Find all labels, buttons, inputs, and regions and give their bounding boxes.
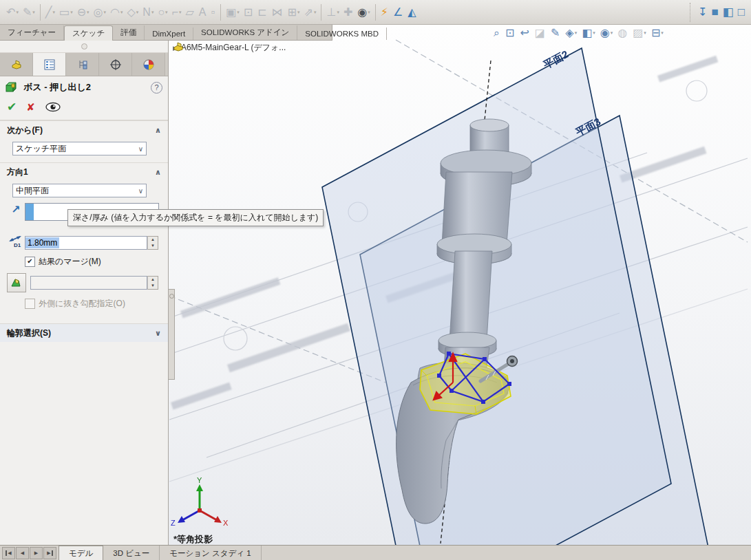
tab-display-manager[interactable] [132, 53, 165, 76]
line-icon[interactable]: ╱▾ [43, 3, 57, 22]
edit-appearance-icon[interactable]: ◍ [617, 26, 628, 39]
display-style-icon[interactable]: ◧▾ [582, 26, 595, 39]
cancel-button[interactable]: ✘ [26, 101, 35, 114]
mirror-entities-icon[interactable]: ⋈ [270, 3, 286, 22]
preview-eye-button[interactable] [45, 102, 61, 112]
text-icon[interactable]: A [197, 3, 209, 22]
sketch-visibility-icon[interactable]: ✎ [551, 26, 560, 39]
draft-outward-checkbox[interactable] [25, 299, 35, 309]
instant2d-icon[interactable]: ◉▾ [355, 3, 372, 22]
active-selection-marker [25, 204, 34, 220]
hide-show-items-icon[interactable]: ◉▾ [600, 26, 613, 39]
spline-icon[interactable]: N▾ [140, 3, 156, 22]
tab-3d-views[interactable]: 3D ビュー [103, 546, 160, 560]
normal-to-icon[interactable]: ↧ [696, 3, 709, 22]
merge-result-checkbox[interactable]: ✔ [25, 257, 35, 267]
end-condition-value: 中間平面 [16, 185, 138, 197]
help-button[interactable]: ? [151, 82, 162, 94]
corner-rectangle-icon[interactable]: ▭▾ [57, 3, 75, 22]
tab-dimxpert-manager[interactable] [99, 53, 132, 76]
draft-icon [10, 277, 23, 288]
tab-solidworks-addins[interactable]: SOLIDWORKS アドイン [193, 25, 297, 40]
draft-outward-row: 外側に抜き勾配指定(O) [25, 298, 161, 310]
from-condition-select[interactable]: スケッチ平面 ∨ [12, 142, 147, 155]
draft-angle-spinner[interactable]: ▲▼ [147, 276, 158, 290]
tab-features[interactable]: フィーチャー [0, 25, 64, 40]
smart-dimension-icon[interactable]: ✎▾ [21, 3, 37, 22]
prev-tab-button[interactable]: ◀ [16, 547, 29, 559]
draft-angle-input[interactable] [30, 276, 147, 290]
spin-down-icon[interactable]: ▼ [148, 243, 158, 249]
flyout-feature-tree[interactable]: ▶ A6M5-MainGear-L (デフォ... [173, 42, 286, 54]
orientation-triad: Y X Z [171, 476, 229, 527]
tab-property-manager[interactable] [33, 53, 66, 76]
linear-sketch-pattern-icon[interactable]: ⊞▾ [286, 3, 302, 22]
polygon-icon[interactable]: ◇▾ [125, 3, 141, 22]
view-wireframe-icon[interactable]: □ [736, 3, 747, 22]
group-header-from[interactable]: 次から(F) ∧ [0, 120, 168, 139]
separator [40, 4, 41, 21]
straight-slot-icon[interactable]: ⊖▾ [75, 3, 92, 22]
bottom-tabbar: ◀ ◀ ▶ ▶ モデル 3D ビュー モーション スタディ 1 [0, 545, 751, 560]
depth-spinner[interactable]: ▲▼ [147, 236, 158, 250]
ok-button[interactable]: ✔ [7, 100, 17, 114]
tab-solidworks-mbd[interactable]: SOLIDWORKS MBD [297, 28, 387, 40]
first-tab-button[interactable]: ◀ [2, 547, 15, 559]
splitter-grip-icon [169, 294, 174, 299]
spin-up-icon[interactable]: ▲ [148, 277, 158, 283]
tab-configuration-manager[interactable] [66, 53, 99, 76]
ellipse-icon[interactable]: ○▾ [156, 3, 169, 22]
part-icon [173, 42, 184, 52]
move-entities-icon[interactable]: ⇗▾ [302, 3, 319, 22]
tab-dimxpert[interactable]: DimXpert [145, 28, 193, 40]
group-header-direction1[interactable]: 方向1 ∧ [0, 162, 168, 181]
circle-icon[interactable]: ◎▾ [92, 3, 108, 22]
reverse-direction-icon[interactable]: ↗ [7, 203, 25, 216]
axis-z-label: Z [171, 519, 176, 527]
end-condition-select[interactable]: 中間平面 ∨ [12, 184, 147, 197]
repair-sketch-icon[interactable]: ✚ [341, 3, 355, 22]
panel-grip[interactable] [0, 40, 168, 53]
group-header-contour[interactable]: 輪郭選択(S) ∨ [0, 323, 168, 342]
arc-icon[interactable]: ◠▾ [108, 3, 125, 22]
feature-manager-icon [10, 59, 23, 70]
draft-on-off-button[interactable] [7, 273, 26, 292]
convert-entities-icon[interactable]: ⊡ [242, 3, 255, 22]
view-orientation-icon[interactable]: ◈▾ [565, 26, 577, 39]
tab-motion-study[interactable]: モーション スタディ 1 [160, 546, 261, 560]
tab-model[interactable]: モデル [59, 546, 103, 560]
draft-analysis-icon[interactable]: ◭ [405, 3, 419, 22]
zoom-to-area-icon[interactable]: ⊡ [505, 26, 515, 39]
tab-feature-manager[interactable] [0, 53, 33, 76]
exit-sketch-icon[interactable]: ↶▾ [4, 3, 21, 22]
spin-up-icon[interactable]: ▲ [148, 237, 158, 243]
model-canvas[interactable]: 平面2 平面3 Y X Z [169, 25, 751, 545]
section-view-icon[interactable]: ◪ [535, 26, 546, 39]
zoom-to-fit-icon[interactable]: ⌕ [494, 27, 500, 39]
view-settings-icon[interactable]: ⊟▾ [651, 26, 664, 39]
measure-icon[interactable]: ∠ [391, 3, 405, 22]
plane-icon[interactable]: ▱ [183, 3, 196, 22]
part-name[interactable]: A6M5-MainGear-L (デフォ... [181, 42, 286, 54]
next-tab-button[interactable]: ▶ [30, 547, 43, 559]
merge-result-row: ✔ 結果のマージ(M) [25, 256, 161, 268]
view-hidden-lines-icon[interactable]: ◧ [721, 3, 736, 22]
previous-view-icon[interactable]: ↩ [520, 26, 529, 39]
apply-scene-icon[interactable]: ▨▾ [633, 26, 646, 39]
view-shaded-icon[interactable]: ■ [709, 3, 720, 22]
offset-entities-icon[interactable]: ⊏ [255, 3, 269, 22]
point-icon[interactable]: ▫ [209, 3, 218, 22]
last-tab-button[interactable]: ▶ [43, 547, 56, 559]
depth-d1-icon: D1 [7, 235, 25, 250]
sketch-fillet-icon[interactable]: ⌐▾ [170, 3, 184, 22]
tab-sketch[interactable]: スケッチ [64, 25, 113, 41]
depth-input[interactable]: 1.80mm [25, 236, 147, 250]
graphics-viewport[interactable]: 平面2 平面3 Y X Z ▶ A6M5-MainGear-L (デフォ... [169, 25, 751, 545]
trim-entities-icon[interactable]: ▣▾ [224, 3, 242, 22]
tab-evaluate[interactable]: 評価 [113, 25, 145, 40]
instant3d-icon[interactable]: ⚡ [379, 3, 391, 22]
manager-tab-strip [0, 53, 168, 76]
display-relations-icon[interactable]: ⊥▾ [324, 3, 341, 22]
panel-splitter[interactable] [169, 289, 175, 380]
spin-down-icon[interactable]: ▼ [148, 283, 158, 289]
